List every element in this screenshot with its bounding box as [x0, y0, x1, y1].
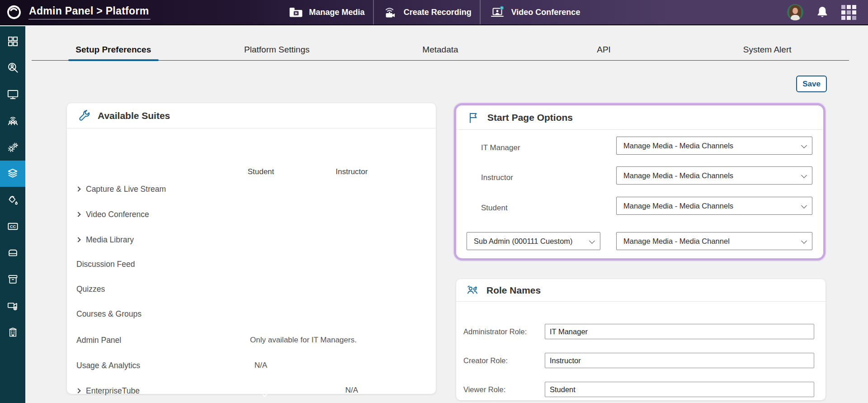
save-button[interactable]: Save	[796, 76, 827, 92]
suite-row-capture-live-stream: Capture & Live Stream	[67, 182, 436, 195]
instructor-start-page-select[interactable]: Manage Media - Media Channels	[616, 166, 812, 185]
suite-label: EnterpriseTube	[86, 384, 140, 398]
column-header-student: Student	[248, 167, 274, 176]
role-names-title: Role Names	[486, 285, 541, 296]
video-conference-label: Video Conference	[511, 8, 580, 17]
chevron-down-icon	[801, 203, 807, 209]
it-manager-start-page-select[interactable]: Manage Media - Media Channels	[616, 137, 812, 155]
tab-system-alert[interactable]: System Alert	[685, 38, 849, 61]
sidebar-item-archive[interactable]	[0, 266, 25, 293]
tab-setup-preferences[interactable]: Setup Preferences	[32, 38, 195, 61]
manage-media-button[interactable]: Manage Media	[279, 0, 373, 24]
video-conference-button[interactable]: Video Conference	[481, 0, 589, 24]
sidebar-item-recording-settings[interactable]	[0, 293, 25, 319]
sidebar-item-branding[interactable]	[0, 187, 25, 213]
sidebar-item-institution[interactable]	[0, 319, 25, 346]
suite-row-video-conference: Video Conference	[67, 207, 436, 221]
svg-text:CC: CC	[10, 225, 16, 229]
sidebar: CC	[0, 26, 25, 403]
create-recording-button[interactable]: Create Recording	[374, 0, 480, 24]
sidebar-item-dashboard[interactable]	[0, 28, 25, 55]
manage-media-icon	[288, 5, 304, 20]
creator-role-input[interactable]	[545, 353, 814, 368]
selected-option: Manage Media - Media Channels	[623, 142, 733, 150]
sidebar-item-storage[interactable]	[0, 240, 25, 266]
suite-row-usage-analytics: Usage & Analytics N/A	[67, 359, 436, 372]
role-names-panel: Role Names Administrator Role: Creator R…	[456, 279, 826, 400]
suite-row-courses-groups: Courses & Groups	[67, 307, 436, 321]
start-page-options-header: Start Page Options	[456, 105, 823, 130]
selected-option: Sub Admin (000111 Cuestom)	[474, 237, 573, 246]
storage-drive-icon	[7, 247, 19, 259]
row-expander[interactable]: Media Library	[76, 233, 134, 247]
chevron-down-icon	[589, 238, 595, 244]
tab-label: Setup Preferences	[75, 45, 151, 55]
chevron-right-icon	[75, 388, 80, 393]
row-expander[interactable]: Video Conference	[76, 208, 149, 221]
user-avatar[interactable]	[787, 4, 803, 20]
suite-row-discussion-feed: Discussion Feed	[67, 257, 436, 271]
sidebar-item-monitor[interactable]	[0, 81, 25, 108]
tab-metadata[interactable]: Metadata	[359, 38, 522, 61]
flag-icon	[467, 111, 481, 124]
tabbar: Setup Preferences Platform Settings Meta…	[32, 38, 849, 61]
suite-label: Quizzes	[76, 282, 105, 296]
people-group-icon	[465, 284, 480, 297]
row-expander[interactable]: Capture & Live Stream	[76, 182, 166, 196]
selected-option: Manage Media - Media Channel	[623, 237, 730, 246]
instructor-label: Instructor	[481, 173, 513, 182]
start-page-options-panel: Start Page Options IT Manager Instructor…	[454, 103, 826, 261]
creator-role-label: Creator Role:	[463, 356, 508, 365]
sub-admin-start-page-select[interactable]: Manage Media - Media Channel	[616, 232, 812, 250]
suite-row-quizzes: Quizzes	[67, 282, 436, 296]
suite-label: Discussion Feed	[76, 257, 135, 271]
suite-label: Media Library	[86, 233, 134, 247]
sidebar-item-captions[interactable]: CC	[0, 213, 25, 240]
suite-label: Courses & Groups	[76, 307, 142, 321]
tab-platform-settings[interactable]: Platform Settings	[195, 38, 359, 61]
sidebar-item-suites[interactable]	[0, 161, 25, 187]
app-logo-icon	[6, 4, 22, 20]
sub-admin-role-select[interactable]: Sub Admin (000111 Cuestom)	[467, 232, 600, 250]
archive-box-icon	[7, 273, 19, 285]
tab-api[interactable]: API	[522, 38, 686, 61]
chevron-down-icon	[801, 238, 807, 244]
captions-cc-icon: CC	[7, 220, 19, 232]
sidebar-item-user-search[interactable]	[0, 55, 25, 81]
chevron-right-icon	[75, 237, 80, 242]
tab-label: Metadata	[422, 45, 458, 55]
student-label: Student	[481, 204, 508, 213]
suite-label: Admin Panel	[76, 333, 121, 347]
conference-people-icon	[7, 114, 19, 127]
chevron-down-icon	[801, 142, 807, 148]
manage-media-label: Manage Media	[309, 8, 365, 17]
it-manager-label: IT Manager	[481, 143, 520, 152]
suite-row-admin-panel: Admin Panel Only available for IT Manage…	[67, 333, 436, 347]
create-recording-label: Create Recording	[404, 8, 472, 17]
notifications-bell-icon[interactable]	[816, 5, 829, 19]
topbar: Admin Panel > Platform Manage Media	[0, 0, 868, 25]
tab-label: API	[597, 45, 611, 55]
wrench-icon	[77, 109, 91, 123]
suite-row-enterprisetube: EnterpriseTube N/A	[67, 384, 436, 397]
settings-gears-icon	[7, 141, 19, 153]
breadcrumb-title: Admin Panel > Platform	[28, 5, 151, 19]
brand[interactable]: Admin Panel > Platform	[0, 4, 151, 20]
start-page-options-body: IT Manager Instructor Student Manage Med…	[456, 130, 823, 256]
chevron-right-icon	[75, 186, 80, 191]
app-switcher-grid-icon[interactable]	[841, 5, 856, 20]
branding-paint-icon	[7, 194, 19, 206]
topbar-actions: Manage Media Create Recording	[279, 0, 589, 24]
viewer-role-input[interactable]	[545, 382, 814, 397]
sidebar-item-conference[interactable]	[0, 108, 25, 134]
admin-panel-app: Admin Panel > Platform Manage Media	[0, 0, 868, 403]
student-start-page-select[interactable]: Manage Media - Media Channels	[616, 197, 812, 215]
available-suites-header: Available Suites	[67, 103, 436, 128]
suite-label: Video Conference	[86, 208, 149, 221]
chevron-down-icon	[801, 172, 807, 178]
row-expander[interactable]: EnterpriseTube	[76, 384, 140, 398]
administrator-role-input[interactable]	[545, 324, 814, 339]
create-recording-icon	[382, 5, 399, 20]
instructor-na: N/A	[345, 386, 358, 394]
sidebar-item-settings[interactable]	[0, 134, 25, 161]
